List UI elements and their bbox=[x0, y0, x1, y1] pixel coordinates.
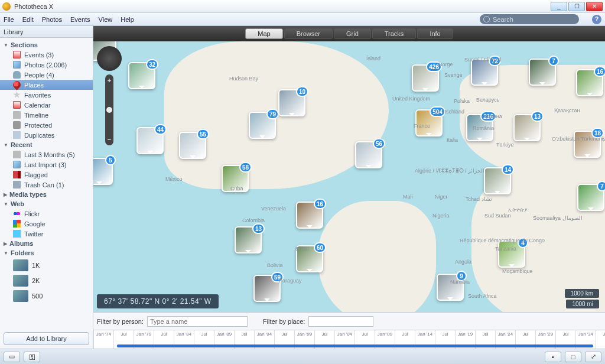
sidebar-group[interactable]: ▼Web bbox=[0, 199, 93, 209]
sidebar-item-label: Last 3 Months (5) bbox=[24, 151, 75, 158]
add-to-library-button[interactable]: Add to Library bbox=[4, 332, 89, 345]
sidebar-item-label: Protected bbox=[24, 122, 52, 129]
photo-pin[interactable]: 13 bbox=[235, 226, 262, 254]
photo-pin[interactable]: 32 bbox=[128, 62, 155, 89]
photo-pin[interactable]: 10 bbox=[278, 89, 305, 116]
photo-pin[interactable]: 44 bbox=[136, 127, 164, 154]
photo-pin[interactable]: 18 bbox=[574, 131, 601, 158]
sidebar-item[interactable]: Last Import (3) bbox=[0, 160, 93, 170]
map-zoom-slider[interactable]: + − bbox=[105, 74, 113, 145]
menubar: File Edit Photos Events View Help ? bbox=[0, 13, 605, 26]
sidebar-item[interactable]: Timeline bbox=[0, 110, 93, 120]
photo-pin[interactable]: 79 bbox=[249, 112, 276, 139]
tab-map[interactable]: Map bbox=[245, 28, 282, 39]
filter-place-input[interactable] bbox=[308, 316, 373, 327]
sidebar-item-icon bbox=[13, 181, 21, 188]
photo-pin[interactable]: 426 bbox=[412, 64, 439, 92]
window-close-button[interactable]: ✕ bbox=[586, 2, 603, 11]
filter-person-label: Filter by person: bbox=[97, 318, 144, 325]
photo-pin[interactable]: 14 bbox=[484, 167, 511, 194]
pin-count-badge: 14 bbox=[502, 164, 514, 175]
menu-view[interactable]: View bbox=[99, 16, 113, 23]
timeline-tick: Jul bbox=[596, 330, 605, 349]
sidebar-item-label: Timeline bbox=[24, 112, 48, 119]
sidebar-folder[interactable]: 1K bbox=[0, 258, 93, 273]
search-input[interactable] bbox=[493, 16, 574, 23]
menu-photos[interactable]: Photos bbox=[42, 16, 62, 23]
tab-tracks[interactable]: Tracks bbox=[372, 28, 417, 39]
sidebar-group[interactable]: ▼Sections bbox=[0, 40, 93, 50]
status-view2-button[interactable]: □ bbox=[565, 352, 581, 362]
help-icon[interactable]: ? bbox=[592, 15, 601, 24]
status-thumbnail-button[interactable]: ▭ bbox=[4, 352, 20, 362]
sidebar-folder[interactable]: 2K bbox=[0, 273, 93, 288]
map-label: Deutschland bbox=[435, 109, 464, 115]
photo-pin[interactable]: 7 bbox=[529, 58, 556, 86]
sidebar-item[interactable]: Trash Can (1) bbox=[0, 180, 93, 190]
map-label: Colombia bbox=[242, 217, 265, 223]
photo-pin[interactable]: 9 bbox=[437, 274, 464, 301]
map-label: South Africa bbox=[468, 293, 497, 299]
status-fullscreen-button[interactable]: ⤢ bbox=[585, 352, 601, 362]
photo-pin[interactable]: 7 bbox=[577, 184, 604, 211]
sidebar-group[interactable]: ▶Albums bbox=[0, 239, 93, 248]
tab-grid[interactable]: Grid bbox=[334, 28, 371, 39]
map-label: Niger bbox=[435, 194, 448, 200]
sidebar-item[interactable]: Duplicates bbox=[0, 130, 93, 140]
sidebar-folder[interactable]: 500 bbox=[0, 288, 93, 304]
map-canvas[interactable]: 3324267271610504792161318445556558147161… bbox=[93, 41, 605, 312]
tab-info[interactable]: Info bbox=[417, 28, 453, 39]
sidebar-item[interactable]: Calendar bbox=[0, 100, 93, 110]
scale-km: 1000 km bbox=[565, 289, 599, 298]
menu-events[interactable]: Events bbox=[70, 16, 90, 23]
sidebar-item[interactable]: Flagged bbox=[0, 170, 93, 180]
zoom-in-icon[interactable]: + bbox=[108, 77, 111, 84]
filter-person-input[interactable] bbox=[147, 316, 248, 327]
photo-pin[interactable]: 16 bbox=[296, 202, 323, 229]
scale-mi: 1000 mi bbox=[566, 300, 599, 308]
sidebar-item[interactable]: Twitter bbox=[0, 229, 93, 239]
sidebar-item[interactable]: Photos (2,006) bbox=[0, 60, 93, 70]
sidebar-item[interactable]: Last 3 Months (5) bbox=[0, 150, 93, 160]
window-minimize-button[interactable]: _ bbox=[551, 2, 567, 11]
window-maximize-button[interactable]: ☐ bbox=[568, 2, 585, 11]
map-compass[interactable] bbox=[97, 46, 122, 71]
sidebar-group[interactable]: ▼Folders bbox=[0, 248, 93, 258]
sidebar-item[interactable]: People (4) bbox=[0, 70, 93, 80]
photo-pin[interactable]: 5 bbox=[93, 158, 113, 185]
tab-browser[interactable]: Browser bbox=[284, 28, 333, 39]
map-label: Moçambique bbox=[502, 268, 533, 274]
sidebar-item-icon bbox=[13, 220, 21, 228]
sidebar-item[interactable]: Events (3) bbox=[0, 50, 93, 60]
status-key-button[interactable]: ⚿ bbox=[24, 352, 40, 362]
photo-pin[interactable]: 59 bbox=[253, 275, 281, 302]
sidebar-tree[interactable]: ▼SectionsEvents (3)Photos (2,006)People … bbox=[0, 38, 93, 329]
photo-pin[interactable]: 13 bbox=[513, 114, 541, 141]
photo-pin[interactable]: 16 bbox=[576, 69, 603, 96]
sidebar-item[interactable]: Flickr bbox=[0, 209, 93, 219]
menu-file[interactable]: File bbox=[4, 16, 14, 23]
sidebar-item[interactable]: Favorites bbox=[0, 90, 93, 100]
pin-count-badge: 5 bbox=[105, 155, 116, 165]
map-label: Norge bbox=[438, 61, 453, 67]
photo-pin[interactable]: 56 bbox=[355, 141, 382, 168]
sidebar-item[interactable]: Places bbox=[0, 80, 93, 90]
menu-help[interactable]: Help bbox=[121, 16, 134, 23]
photo-pin[interactable]: 4 bbox=[498, 240, 525, 268]
search-box[interactable] bbox=[480, 14, 579, 24]
timeline[interactable]: Jan '74JulJan '79JulJan '84JulJan '89Jul… bbox=[93, 330, 605, 349]
map-label: Soomaaliya الصومال bbox=[533, 215, 583, 221]
timeline-selected-range[interactable] bbox=[117, 344, 593, 347]
zoom-knob[interactable] bbox=[106, 107, 112, 113]
photo-pin[interactable]: 55 bbox=[179, 132, 206, 159]
map-label: Sud Sudan bbox=[484, 213, 511, 219]
menu-edit[interactable]: Edit bbox=[22, 16, 34, 23]
sidebar-group[interactable]: ▼Recent bbox=[0, 140, 93, 150]
pin-count-badge: 79 bbox=[266, 109, 279, 119]
sidebar-item[interactable]: Protected bbox=[0, 120, 93, 130]
zoom-out-icon[interactable]: − bbox=[108, 136, 111, 143]
sidebar-item[interactable]: Google bbox=[0, 219, 93, 229]
map-label: Қазақстан bbox=[554, 108, 580, 113]
status-view1-button[interactable]: ▪ bbox=[545, 352, 561, 362]
sidebar-group[interactable]: ▶Media types bbox=[0, 190, 93, 199]
